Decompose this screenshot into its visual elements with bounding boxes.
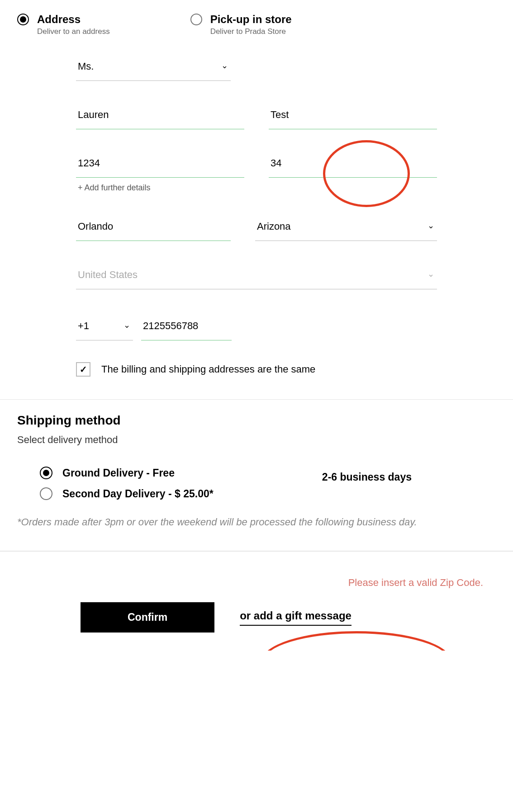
phone-field[interactable]: 2125556788	[141, 314, 232, 340]
billing-same-label: The billing and shipping addresses are t…	[101, 364, 315, 375]
apt-field[interactable]: 34	[269, 151, 437, 178]
state-select[interactable]: Arizona ⌄	[255, 214, 437, 241]
shipping-ground-time: 2-6 business days	[322, 471, 412, 483]
radio-selected-icon	[40, 467, 52, 479]
radio-unselected-icon	[40, 487, 52, 500]
shipping-option-second-day[interactable]: Second Day Delivery - $ 25.00*	[40, 487, 496, 500]
last-name-value: Test	[269, 103, 437, 129]
country-value: United States	[76, 263, 437, 289]
zip-error-message: Please insert a valid Zip Code.	[348, 577, 483, 589]
phone-code-value: +1	[76, 314, 133, 340]
phone-code-select[interactable]: +1 ⌄	[76, 314, 133, 340]
street-field[interactable]: 1234	[76, 151, 244, 178]
shipping-sub: Select delivery method	[17, 434, 496, 446]
delivery-address-title: Address	[37, 14, 110, 25]
apt-value: 34	[269, 151, 437, 178]
shipping-title: Shipping method	[17, 413, 496, 428]
first-name-field[interactable]: Lauren	[76, 103, 244, 129]
country-select[interactable]: United States ⌄	[76, 263, 437, 289]
check-icon: ✓	[80, 364, 87, 375]
radio-selected-icon	[17, 14, 29, 25]
salutation-value: Ms.	[76, 54, 231, 81]
delivery-pickup-title: Pick-up in store	[210, 14, 292, 25]
phone-value: 2125556788	[141, 314, 232, 340]
city-field[interactable]: Orlando	[76, 214, 231, 241]
delivery-option-pickup[interactable]: Pick-up in store Deliver to Prada Store	[190, 14, 292, 36]
delivery-address-sub: Deliver to an address	[37, 27, 110, 36]
shipping-ground-label: Ground Delivery - Free	[62, 467, 175, 479]
state-value: Arizona	[255, 214, 437, 241]
last-name-field[interactable]: Test	[269, 103, 437, 129]
add-details-link[interactable]: + Add further details	[76, 183, 437, 193]
salutation-select[interactable]: Ms. ⌄	[76, 54, 231, 81]
street-value: 1234	[76, 151, 244, 178]
delivery-pickup-sub: Deliver to Prada Store	[210, 27, 292, 36]
shipping-second-day-label: Second Day Delivery - $ 25.00*	[62, 488, 214, 500]
delivery-option-address[interactable]: Address Deliver to an address	[17, 14, 110, 36]
city-value: Orlando	[76, 214, 231, 241]
shipping-note: *Orders made after 3pm or over the weeke…	[17, 516, 496, 528]
shipping-option-ground[interactable]: Ground Delivery - Free	[40, 467, 175, 479]
billing-same-checkbox[interactable]: ✓	[76, 362, 90, 377]
radio-unselected-icon	[190, 14, 202, 25]
gift-message-link[interactable]: or add a gift message	[240, 609, 352, 626]
first-name-value: Lauren	[76, 103, 244, 129]
confirm-button[interactable]: Confirm	[81, 602, 214, 633]
